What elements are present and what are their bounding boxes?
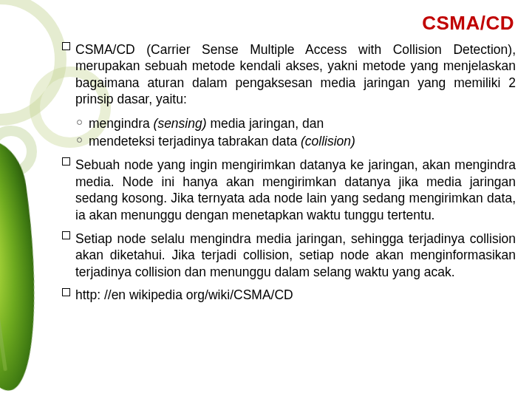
- sub-bullet-1b: mendeteksi terjadinya tabrakan data (col…: [62, 133, 516, 149]
- bullet-1-lead: CSMA/CD: [75, 42, 135, 57]
- slide-content: CSMA/CD (Carrier Sense Multiple Access w…: [62, 41, 516, 303]
- bullet-2-text: node yang ingin mengirimkan datanya ke j…: [75, 157, 516, 222]
- sub-bullet-1a: mengindra (sensing) media jaringan, dan: [62, 115, 516, 132]
- bullet-4-truncated: http: //en wikipedia org/wiki/CSMA/CD: [62, 287, 516, 303]
- sub-1a-text: mengindra: [89, 116, 154, 131]
- bullet-4-text: http: //en wikipedia org/wiki/CSMA/CD: [75, 287, 293, 302]
- ring-bullet-icon: [77, 137, 82, 143]
- checkbox-icon: [62, 42, 70, 50]
- slide-title: CSMA/CD: [422, 12, 514, 35]
- slide: CSMA/CD CSMA/CD (Carrier Sense Multiple …: [0, 0, 532, 399]
- bullet-3-text: node selalu mengindra media jaringan, se…: [75, 231, 516, 279]
- checkbox-icon: [62, 288, 70, 296]
- bullet-2-lead: Sebuah: [75, 157, 120, 172]
- sub-1a-italic: (sensing): [154, 116, 207, 131]
- sub-1a-after: media jaringan, dan: [207, 116, 324, 131]
- bullet-3: Setiap node selalu mengindra media jarin…: [62, 231, 516, 280]
- sub-1b-italic: (collision): [301, 134, 355, 149]
- bullet-1: CSMA/CD (Carrier Sense Multiple Access w…: [62, 41, 516, 108]
- checkbox-icon: [62, 157, 70, 166]
- bullet-2: Sebuah node yang ingin mengirimkan datan…: [62, 157, 516, 223]
- bullet-1-text: (Carrier Sense Multiple Access with Coll…: [75, 42, 516, 106]
- sub-1b-text: mendeteksi terjadinya tabrakan data: [89, 134, 301, 149]
- bullet-3-lead: Setiap: [75, 231, 112, 246]
- ring-bullet-icon: [77, 120, 82, 125]
- checkbox-icon: [62, 231, 70, 239]
